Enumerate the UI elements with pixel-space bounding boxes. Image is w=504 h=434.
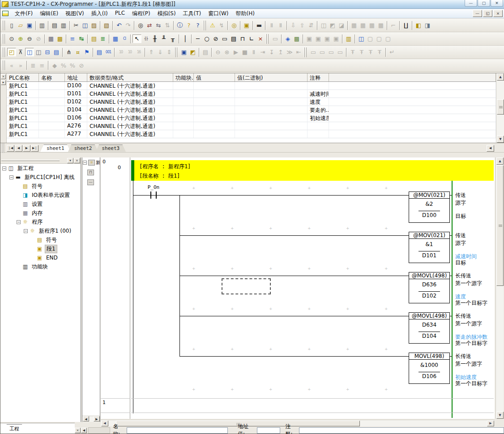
find-icon[interactable]: ◎ [136, 21, 145, 30]
paste-icon[interactable]: ▨ [90, 21, 98, 30]
minimize-button[interactable]: — [465, 0, 477, 7]
mini-tree-item-2[interactable]: — [82, 177, 100, 187]
instruction-block-d104[interactable]: @MOVL(498)D634D104 [409, 312, 450, 344]
menu-item-0[interactable]: 文件(F) [11, 9, 36, 18]
sheet-tab-sheet1[interactable]: sheet1 [40, 145, 71, 152]
new-or-contact-icon[interactable]: ╨ [159, 34, 168, 43]
plc-settings-icon[interactable]: ◩ [188, 48, 197, 56]
tree-item-[interactable]: ▥设置 [0, 200, 81, 208]
program-structure-icon[interactable]: ≣ [98, 34, 107, 43]
instruction-block-d102[interactable]: @MOVL(498)D636D102 [409, 272, 450, 303]
io-comment-icon[interactable]: ⚑ [82, 48, 91, 56]
ci-view-icon[interactable]: CI [120, 34, 129, 43]
comment-input[interactable] [299, 427, 504, 434]
find-report-icon[interactable]: ◎ [230, 21, 239, 30]
scroll-up-icon[interactable]: ▲ [497, 73, 504, 81]
menu-item-8[interactable]: 窗口(W) [205, 9, 232, 18]
zoom-icon[interactable]: ⊙ [7, 34, 16, 43]
new-coil-icon[interactable]: ○ [202, 34, 211, 43]
scroll-left-icon[interactable]: ◀ [83, 416, 89, 421]
editbar-close-icon[interactable]: × [75, 428, 81, 433]
io-comment-view-icon[interactable]: ↹ [77, 34, 86, 43]
write-protect-icon[interactable]: ▣ [179, 48, 188, 56]
close-button[interactable]: ✕ [491, 0, 503, 7]
watch-row-4[interactable]: 新PLC1D106CHANNEL (十六进制,通道)初始速度 [7, 114, 496, 122]
overview-icon[interactable]: ▩ [56, 34, 64, 43]
toolbar-grip[interactable] [175, 47, 178, 57]
maximize-button[interactable]: ▢ [478, 0, 490, 7]
binary-monitor-icon[interactable]: 001 [104, 48, 113, 56]
toolbar-grip[interactable] [2, 34, 6, 44]
new-coil-closed-icon[interactable]: ⊘ [211, 34, 220, 43]
instruction-block-d101[interactable]: @MOV(021)&1D101 [409, 232, 450, 263]
print-icon[interactable]: ▤ [50, 21, 59, 30]
editbar-collapse-icon[interactable]: ◀ [81, 428, 87, 433]
column-header-6[interactable]: 值(二进制) [235, 73, 308, 81]
sheet-prev-button[interactable]: ◀ [15, 145, 22, 152]
scroll-right-icon[interactable]: ▶ [94, 416, 100, 421]
new-or-contact-closed-icon[interactable]: ╥ [168, 34, 177, 43]
find-replace-icon[interactable]: ⇆ [154, 21, 163, 30]
tree-item-[interactable]: −☼程序 [0, 217, 81, 226]
instruction-block-d106[interactable]: MOVL(498)&1000D106 [409, 353, 450, 384]
watch-row-5[interactable]: 新PLC1A276CHANNEL (十六进制,通道) [7, 122, 496, 130]
tree-item-end[interactable]: ▣END [0, 253, 81, 262]
tree-item-plc1cp1h[interactable]: −▬新PLC1[CP1H] 离线 [0, 173, 81, 182]
set-protect-icon[interactable]: ◧ [414, 21, 423, 30]
find-in-files-icon[interactable]: ▥ [38, 21, 47, 30]
ladder-selection-cursor[interactable] [222, 278, 271, 294]
scroll-down-icon[interactable]: ▼ [497, 136, 504, 143]
compile-check-icon[interactable]: ⚠ [208, 21, 217, 30]
watch-row-3[interactable]: 新PLC1D104CHANNEL (十六进制,通道)要走的... [7, 106, 496, 114]
tree-item-[interactable]: ▦内存 [0, 208, 81, 217]
address-list-icon[interactable]: ≡ [68, 34, 77, 43]
contact-symbol[interactable] [156, 191, 157, 199]
scroll-right-icon[interactable]: ▶ [487, 421, 494, 426]
mini-tree-item-1[interactable]: ⊓ [82, 167, 100, 177]
symbol-monitor-icon[interactable]: ▦ [111, 34, 120, 43]
column-header-0[interactable]: PLC名称 [7, 73, 39, 81]
tree-item-io[interactable]: ◨IO表和单元设置 [0, 191, 81, 200]
watch-vertical-scrollbar[interactable]: ▲ ▼ [496, 73, 504, 143]
menu-item-5[interactable]: 编程(P) [128, 9, 154, 18]
watch-window-2-icon[interactable]: ◫ [34, 48, 43, 56]
watch-row-2[interactable]: 新PLC1D102CHANNEL (十六进制,通道)速度 [7, 98, 496, 106]
sheet-tab-sheet2[interactable]: sheet2 [68, 145, 98, 152]
watch-expand-icon[interactable]: ▸ [1, 80, 6, 85]
scroll-up-icon[interactable]: ▲ [496, 157, 504, 165]
horizontal-line-icon[interactable]: ─ [193, 34, 202, 43]
expand-collapse-icon[interactable]: − [2, 166, 6, 170]
column-header-2[interactable]: 地址 [65, 73, 87, 81]
line-connect-icon[interactable]: ∟ [247, 34, 256, 43]
sheet-scroll-left-icon[interactable]: ◀ [487, 145, 494, 152]
cross-reference-icon[interactable]: ⋔ [64, 48, 73, 56]
open-file-icon[interactable]: ▱ [16, 21, 25, 30]
grid-toggle-icon[interactable]: ▦ [47, 34, 56, 43]
new-inverted-instruction-icon[interactable]: ⊓ [238, 34, 247, 43]
compile-program-icon[interactable]: ◈ [283, 34, 292, 43]
paste-special-icon[interactable]: ▧ [102, 21, 111, 30]
zoom-out-icon[interactable]: ⊖ [25, 34, 34, 43]
watch-scroll-thumb[interactable] [497, 99, 504, 115]
zoom-in-icon[interactable]: ⊕ [16, 34, 25, 43]
watch-window-icon[interactable]: ◫ [25, 48, 34, 56]
watch-dock-grip[interactable]: × ▸ [0, 73, 7, 143]
column-header-7[interactable]: 注释 [308, 73, 329, 81]
menu-item-7[interactable]: 工具(T) [179, 9, 205, 18]
watch-row-1[interactable]: 新PLC1D101CHANNEL (十六进制,通道)减速时间 [7, 90, 496, 98]
vertical-line-icon[interactable]: │ [181, 34, 190, 43]
watch-row-0[interactable]: 新PLC1D100CHANNEL (十六进制,通道) [7, 82, 496, 90]
mdi-restore-button[interactable]: ◱ [483, 10, 492, 17]
line-delete-icon[interactable]: × [256, 34, 265, 43]
fb-instance-icon[interactable]: ◫ [357, 34, 366, 43]
mdi-minimize-button[interactable]: — [473, 10, 482, 17]
expand-collapse-icon[interactable]: − [17, 220, 21, 224]
time-chart-icon[interactable]: ∐ [401, 21, 410, 30]
ladder-scroll-thumb[interactable] [496, 165, 504, 286]
expand-collapse-icon[interactable]: − [9, 175, 13, 179]
menu-item-2[interactable]: 视图(V) [62, 9, 88, 18]
print-preview-icon[interactable]: ▥ [59, 21, 68, 30]
ladder-vertical-scrollbar[interactable]: ▲ ▼ [495, 157, 504, 419]
workspace-pin-icon[interactable]: ▾ [67, 158, 73, 163]
address-reference-icon[interactable]: ¤ [73, 48, 82, 56]
